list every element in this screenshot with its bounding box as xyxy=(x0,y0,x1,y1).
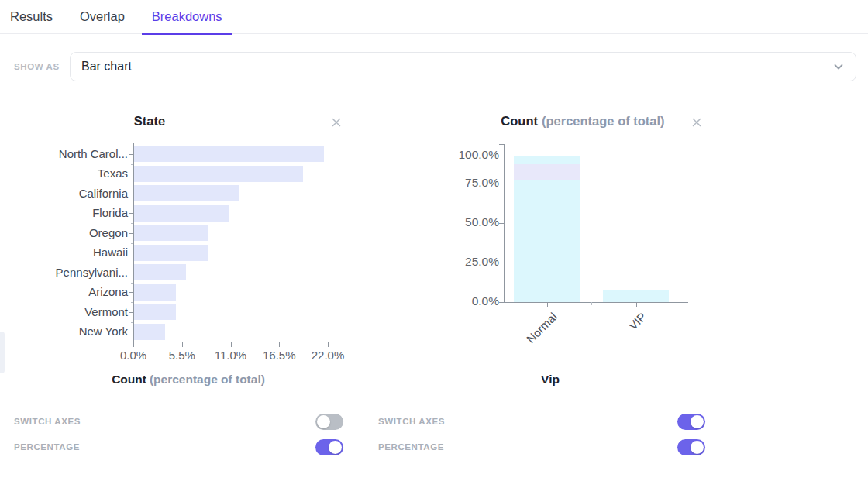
y-tick-label: 50.0% xyxy=(434,215,499,229)
y-tick-label: 0.0% xyxy=(434,294,499,308)
show-as-label: SHOW AS xyxy=(14,62,60,71)
count-chart-close-icon[interactable] xyxy=(691,116,703,129)
bar-northcarol[interactable] xyxy=(134,146,324,162)
category-label: Texas xyxy=(22,167,128,180)
count-switch-axes-label: SWITCH AXES xyxy=(378,417,445,426)
state-percentage-toggle[interactable] xyxy=(315,439,343,455)
chevron-down-icon xyxy=(832,60,845,73)
category-tick xyxy=(129,253,133,253)
bar-vip[interactable] xyxy=(603,290,669,302)
category-label: Normal xyxy=(523,310,559,345)
x-axis-tick xyxy=(133,342,134,347)
toggle-knob xyxy=(317,415,330,428)
category-label: California xyxy=(22,187,128,201)
category-boundary-tick xyxy=(131,263,133,263)
category-tick xyxy=(129,312,133,313)
category-label: Hawaii xyxy=(22,246,128,259)
category-tick xyxy=(129,194,133,194)
category-boundary-tick xyxy=(591,302,592,305)
x-axis-tick xyxy=(279,342,280,347)
category-tick xyxy=(129,154,133,155)
category-label: North Carol... xyxy=(22,147,128,161)
count-y-axis-line xyxy=(504,144,505,303)
category-label: Oregon xyxy=(22,226,128,240)
category-tick xyxy=(129,292,133,293)
y-axis-tick xyxy=(499,184,504,184)
state-switch-axes-label: SWITCH AXES xyxy=(14,417,81,426)
panel-resize-handle[interactable] xyxy=(0,332,5,373)
x-tick-label: 16.5% xyxy=(256,349,302,362)
x-axis-tick xyxy=(231,342,232,347)
state-axis-label-suffix: (percentage of total) xyxy=(150,373,265,386)
y-axis-tick xyxy=(499,144,504,145)
x-tick-label: 11.0% xyxy=(208,349,254,362)
category-tick xyxy=(129,233,133,234)
state-axis-label-main: Count xyxy=(112,373,146,386)
category-boundary-tick xyxy=(131,302,133,303)
x-tick-label: 5.5% xyxy=(159,349,205,362)
category-tick xyxy=(129,174,133,174)
category-boundary-tick xyxy=(131,164,133,165)
bar-texas[interactable] xyxy=(134,166,303,182)
y-tick-label: 100.0% xyxy=(434,148,499,162)
count-chart-title-main: Count xyxy=(501,114,538,128)
category-boundary-tick xyxy=(131,223,133,224)
y-tick-label: 75.0% xyxy=(434,176,499,190)
bar-newyork[interactable] xyxy=(134,324,165,340)
state-chart-title: State xyxy=(72,114,227,129)
category-tick xyxy=(129,273,133,273)
category-boundary-tick xyxy=(131,184,133,184)
overlay-segment xyxy=(514,164,580,180)
tab-bar: Results Overlap Breakdowns xyxy=(0,0,868,34)
x-tick-label: 0.0% xyxy=(110,349,157,362)
bar-hawaii[interactable] xyxy=(134,245,208,261)
category-tick xyxy=(129,213,133,214)
tab-results[interactable]: Results xyxy=(0,0,63,34)
x-axis-tick xyxy=(182,342,183,347)
category-label: Arizona xyxy=(22,285,128,299)
category-tick xyxy=(636,302,637,307)
toggle-knob xyxy=(691,415,704,428)
tab-breakdowns[interactable]: Breakdowns xyxy=(142,0,232,34)
bar-vermont[interactable] xyxy=(134,304,176,320)
category-boundary-tick xyxy=(131,243,133,244)
breakdowns-page: Results Overlap Breakdowns SHOW AS Bar c… xyxy=(0,0,868,488)
count-percentage-label: PERCENTAGE xyxy=(378,442,444,452)
category-label: Pennsylvani... xyxy=(22,266,128,280)
y-axis-tick xyxy=(499,263,504,263)
state-switch-axes-toggle[interactable] xyxy=(315,414,343,430)
bar-pennsylvani[interactable] xyxy=(134,264,186,280)
x-tick-label: 22.0% xyxy=(305,349,351,362)
count-x-axis-line xyxy=(504,302,688,303)
show-as-value: Bar chart xyxy=(81,60,132,74)
state-percentage-label: PERCENTAGE xyxy=(14,442,80,452)
bar-oregon[interactable] xyxy=(134,225,208,241)
show-as-select[interactable]: Bar chart xyxy=(70,52,856,81)
state-chart-axis-label: Count(percentage of total) xyxy=(72,373,305,387)
category-boundary-tick xyxy=(131,322,133,323)
bar-arizona[interactable] xyxy=(134,284,176,301)
y-axis-tick xyxy=(499,223,504,224)
count-percentage-toggle[interactable] xyxy=(677,439,705,455)
category-label: New York xyxy=(22,325,128,339)
count-chart-title-suffix: (percentage of total) xyxy=(542,114,665,128)
tab-overlap[interactable]: Overlap xyxy=(70,0,135,34)
category-label: VIP xyxy=(625,310,648,332)
count-chart-axis-label: Vip xyxy=(473,373,628,387)
y-tick-label: 25.0% xyxy=(434,255,499,269)
category-tick xyxy=(129,332,133,332)
toggle-knob xyxy=(691,441,704,454)
bar-california[interactable] xyxy=(134,185,239,201)
x-axis-tick xyxy=(328,342,329,347)
category-boundary-tick xyxy=(131,283,133,284)
category-boundary-tick xyxy=(131,204,133,204)
count-switch-axes-toggle[interactable] xyxy=(677,414,705,430)
category-label: Florida xyxy=(22,206,128,220)
bar-florida[interactable] xyxy=(134,205,229,222)
category-label: Vermont xyxy=(22,305,128,319)
category-tick xyxy=(547,302,548,307)
toggle-knob xyxy=(329,441,342,454)
state-chart-close-icon[interactable] xyxy=(330,116,343,129)
